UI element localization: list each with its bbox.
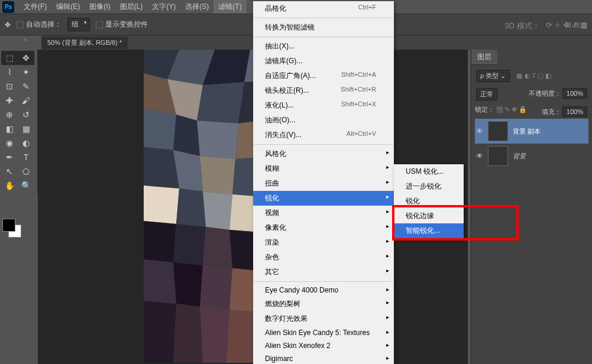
filter-pixelate[interactable]: 像素化 <box>253 220 394 235</box>
layer-filter-type[interactable]: ρ 类型 ⌄ <box>476 70 510 82</box>
ps-logo: Ps <box>2 1 14 13</box>
blur-tool[interactable]: ◉ <box>1 136 18 150</box>
menu-image[interactable]: 图像(I) <box>85 0 115 14</box>
filter-lightfx[interactable]: 数字灯光效果 <box>253 311 394 326</box>
svg-marker-37 <box>173 262 203 307</box>
fill-input[interactable]: 100% <box>562 106 587 117</box>
filter-menu: 晶格化Ctrl+F 转换为智能滤镜 抽出(X)... 滤镜库(G)... 自适应… <box>253 1 394 364</box>
filter-adaptive[interactable]: 自适应广角(A)...Shift+Ctrl+A <box>253 69 394 83</box>
zoom-tool[interactable]: 🔍 <box>18 178 34 193</box>
move-tool-icon: ✥ <box>5 21 11 29</box>
svg-marker-8 <box>197 82 244 124</box>
crop-tool[interactable]: ⊡ <box>1 79 18 93</box>
filter-digimarc[interactable]: Digimarc <box>253 352 394 364</box>
svg-marker-14 <box>197 121 238 159</box>
svg-marker-25 <box>176 188 206 227</box>
filter-other[interactable]: 其它 <box>253 265 394 280</box>
layer-row-bg[interactable]: 👁 背景 <box>475 144 588 168</box>
menu-layer[interactable]: 图层(L) <box>115 0 148 14</box>
filter-lens[interactable]: 镜头校正(R)...Shift+Ctrl+R <box>253 83 394 98</box>
wand-tool[interactable]: ✦ <box>18 65 34 79</box>
3d-mode-bar: 3D 模式：⟳ ✧ ✥ ⤢ ▦ <box>504 21 587 31</box>
svg-marker-42 <box>144 301 176 363</box>
visibility-icon[interactable]: 👁 <box>476 152 483 160</box>
filter-smart[interactable]: 转换为智能滤镜 <box>253 20 394 35</box>
hand-tool[interactable]: ✋ <box>1 178 18 193</box>
move-tool[interactable]: ✥ <box>18 51 34 65</box>
toolbox: ⬚ ✥ ⌇ ✦ ⊡ ✎ ✚ 🖌 ⊕ ↺ ◧ ▦ ◉ ◐ ✒ T ↖ ⬠ ✋ 🔍 <box>0 50 38 194</box>
eyedropper-tool[interactable]: ✎ <box>18 79 34 93</box>
filter-peartree[interactable]: 燃烧的梨树 <box>253 297 394 311</box>
svg-marker-12 <box>144 109 176 150</box>
sharpen-submenu: USM 锐化... 进一步锐化 锐化 锐化边缘 智能锐化... <box>394 164 464 238</box>
svg-marker-24 <box>144 186 179 224</box>
history-brush[interactable]: ↺ <box>18 108 34 122</box>
layer-name: 背景 <box>513 152 526 161</box>
sharpen-basic[interactable]: 锐化 <box>394 194 464 209</box>
collapse-icon[interactable]: « <box>24 35 27 43</box>
svg-marker-31 <box>173 224 206 265</box>
menu-text[interactable]: 文字(Y) <box>147 0 180 14</box>
document-tab[interactable]: 50% (背景 副本, RGB/8) * <box>41 37 128 49</box>
filter-stylize[interactable]: 风格化 <box>253 147 394 161</box>
lasso-tool[interactable]: ⌇ <box>1 65 18 79</box>
filter-distort[interactable]: 扭曲 <box>253 176 394 191</box>
svg-marker-26 <box>203 191 232 230</box>
filter-video[interactable]: 视频 <box>253 206 394 220</box>
brush-tool[interactable]: 🖌 <box>18 93 34 108</box>
filter-alien5[interactable]: Alien Skin Eye Candy 5: Textures <box>253 326 394 339</box>
filter-render[interactable]: 渲染 <box>253 235 394 250</box>
layers-tab[interactable]: 图层 <box>471 50 497 65</box>
sharpen-more[interactable]: 进一步锐化 <box>394 179 464 194</box>
menu-edit[interactable]: 编辑(E) <box>51 0 85 14</box>
filter-noise[interactable]: 杂色 <box>253 250 394 265</box>
layer-name: 背景 副本 <box>513 127 541 136</box>
menu-filter[interactable]: 滤镜(T) <box>213 0 246 14</box>
filter-sharpen[interactable]: 锐化 <box>253 191 394 206</box>
gradient-tool[interactable]: ▦ <box>18 122 34 136</box>
transform-label: 显示变换控件 <box>105 20 148 28</box>
filter-oil[interactable]: 油画(O)... <box>253 113 394 128</box>
type-tool[interactable]: T <box>18 150 34 164</box>
filter-vanish[interactable]: 消失点(V)...Alt+Ctrl+V <box>253 128 394 142</box>
svg-marker-20 <box>200 156 235 194</box>
autoselect-target[interactable]: 组 <box>67 18 90 31</box>
visibility-icon[interactable]: 👁 <box>476 127 483 135</box>
filter-last[interactable]: 晶格化Ctrl+F <box>253 1 394 16</box>
filter-liquify[interactable]: 液化(L)...Shift+Ctrl+X <box>253 98 394 113</box>
filter-eyecandy[interactable]: Eye Candy 4000 Demo <box>253 284 394 297</box>
right-panels: 图层 ρ 类型 ⌄ ▦ ◐ T ▢ ◧ 正常 不透明度：100% 锁定： ▦ ✎… <box>471 50 592 364</box>
opacity-input[interactable]: 100% <box>562 88 587 99</box>
stamp-tool[interactable]: ⊕ <box>1 108 18 122</box>
filter-extract[interactable]: 抽出(X)... <box>253 39 394 54</box>
path-tool[interactable]: ↖ <box>1 164 18 178</box>
pen-tool[interactable]: ✒ <box>1 150 18 164</box>
eraser-tool[interactable]: ◧ <box>1 122 18 136</box>
layer-thumb <box>488 121 508 141</box>
dodge-tool[interactable]: ◐ <box>18 136 34 150</box>
shape-tool[interactable]: ⬠ <box>18 164 34 178</box>
filter-gallery[interactable]: 滤镜库(G)... <box>253 54 394 69</box>
filter-blur[interactable]: 模糊 <box>253 161 394 176</box>
menu-file[interactable]: 文件(F) <box>19 0 51 14</box>
sharpen-edges[interactable]: 锐化边缘 <box>394 209 464 223</box>
filter-xenofex[interactable]: Alien Skin Xenofex 2 <box>253 339 394 352</box>
blend-mode[interactable]: 正常 <box>476 88 497 100</box>
sharpen-usm[interactable]: USM 锐化... <box>394 164 464 179</box>
layer-row-copy[interactable]: 👁 背景 副本 <box>475 119 588 144</box>
svg-marker-13 <box>173 115 200 156</box>
heal-tool[interactable]: ✚ <box>1 93 18 108</box>
marquee-tool[interactable]: ⬚ <box>1 51 18 65</box>
svg-marker-43 <box>173 304 203 363</box>
autoselect-checkbox[interactable] <box>17 21 24 28</box>
layer-thumb <box>488 146 508 166</box>
svg-marker-36 <box>144 259 176 304</box>
sharpen-smart[interactable]: 智能锐化... <box>394 223 464 238</box>
transform-checkbox[interactable] <box>96 21 103 28</box>
autoselect-label: 自动选择： <box>26 20 62 28</box>
foreground-color[interactable] <box>2 219 15 232</box>
svg-marker-38 <box>200 265 232 310</box>
svg-marker-32 <box>203 227 232 268</box>
svg-marker-44 <box>200 307 229 363</box>
menu-select[interactable]: 选择(S) <box>180 0 213 14</box>
